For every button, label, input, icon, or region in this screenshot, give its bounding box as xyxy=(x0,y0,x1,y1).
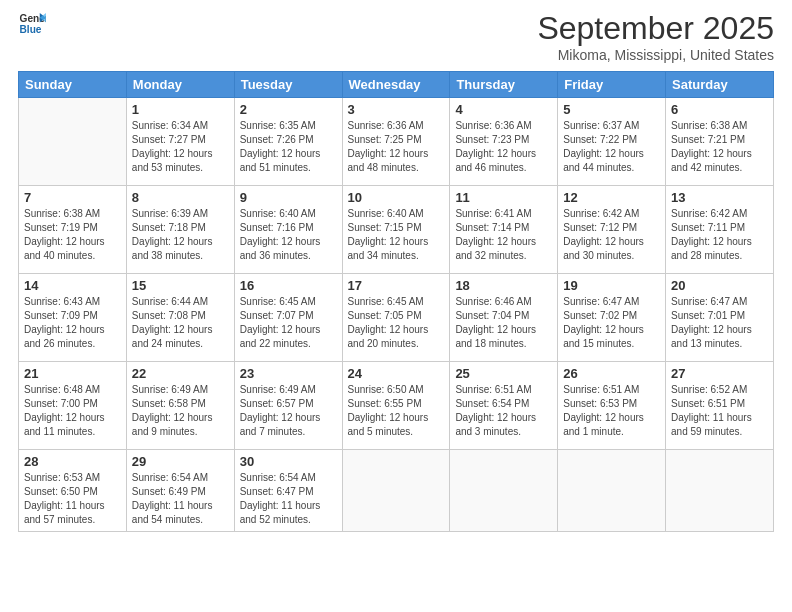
calendar-subtitle: Mikoma, Mississippi, United States xyxy=(537,47,774,63)
table-row: 27Sunrise: 6:52 AMSunset: 6:51 PMDayligh… xyxy=(666,362,774,450)
col-saturday: Saturday xyxy=(666,72,774,98)
col-monday: Monday xyxy=(126,72,234,98)
day-number: 4 xyxy=(455,102,552,117)
day-number: 8 xyxy=(132,190,229,205)
cell-info: Sunrise: 6:54 AMSunset: 6:47 PMDaylight:… xyxy=(240,471,337,527)
day-number: 30 xyxy=(240,454,337,469)
day-number: 19 xyxy=(563,278,660,293)
cell-info: Sunrise: 6:51 AMSunset: 6:53 PMDaylight:… xyxy=(563,383,660,439)
day-number: 23 xyxy=(240,366,337,381)
day-number: 20 xyxy=(671,278,768,293)
table-row: 15Sunrise: 6:44 AMSunset: 7:08 PMDayligh… xyxy=(126,274,234,362)
page: General Blue September 2025 Mikoma, Miss… xyxy=(0,0,792,612)
table-row: 20Sunrise: 6:47 AMSunset: 7:01 PMDayligh… xyxy=(666,274,774,362)
day-number: 25 xyxy=(455,366,552,381)
table-row: 4Sunrise: 6:36 AMSunset: 7:23 PMDaylight… xyxy=(450,98,558,186)
day-number: 10 xyxy=(348,190,445,205)
col-friday: Friday xyxy=(558,72,666,98)
cell-info: Sunrise: 6:44 AMSunset: 7:08 PMDaylight:… xyxy=(132,295,229,351)
day-number: 13 xyxy=(671,190,768,205)
table-row: 22Sunrise: 6:49 AMSunset: 6:58 PMDayligh… xyxy=(126,362,234,450)
table-row: 25Sunrise: 6:51 AMSunset: 6:54 PMDayligh… xyxy=(450,362,558,450)
logo-icon: General Blue xyxy=(18,10,46,38)
cell-info: Sunrise: 6:51 AMSunset: 6:54 PMDaylight:… xyxy=(455,383,552,439)
table-row: 18Sunrise: 6:46 AMSunset: 7:04 PMDayligh… xyxy=(450,274,558,362)
table-row: 30Sunrise: 6:54 AMSunset: 6:47 PMDayligh… xyxy=(234,450,342,532)
col-thursday: Thursday xyxy=(450,72,558,98)
col-sunday: Sunday xyxy=(19,72,127,98)
table-row: 7Sunrise: 6:38 AMSunset: 7:19 PMDaylight… xyxy=(19,186,127,274)
table-row: 24Sunrise: 6:50 AMSunset: 6:55 PMDayligh… xyxy=(342,362,450,450)
day-number: 11 xyxy=(455,190,552,205)
cell-info: Sunrise: 6:50 AMSunset: 6:55 PMDaylight:… xyxy=(348,383,445,439)
table-row: 28Sunrise: 6:53 AMSunset: 6:50 PMDayligh… xyxy=(19,450,127,532)
day-number: 17 xyxy=(348,278,445,293)
table-row: 19Sunrise: 6:47 AMSunset: 7:02 PMDayligh… xyxy=(558,274,666,362)
day-number: 3 xyxy=(348,102,445,117)
table-row: 8Sunrise: 6:39 AMSunset: 7:18 PMDaylight… xyxy=(126,186,234,274)
cell-info: Sunrise: 6:34 AMSunset: 7:27 PMDaylight:… xyxy=(132,119,229,175)
day-number: 27 xyxy=(671,366,768,381)
cell-info: Sunrise: 6:41 AMSunset: 7:14 PMDaylight:… xyxy=(455,207,552,263)
cell-info: Sunrise: 6:37 AMSunset: 7:22 PMDaylight:… xyxy=(563,119,660,175)
day-number: 28 xyxy=(24,454,121,469)
cell-info: Sunrise: 6:48 AMSunset: 7:00 PMDaylight:… xyxy=(24,383,121,439)
table-row: 6Sunrise: 6:38 AMSunset: 7:21 PMDaylight… xyxy=(666,98,774,186)
table-row: 17Sunrise: 6:45 AMSunset: 7:05 PMDayligh… xyxy=(342,274,450,362)
table-row: 12Sunrise: 6:42 AMSunset: 7:12 PMDayligh… xyxy=(558,186,666,274)
day-number: 5 xyxy=(563,102,660,117)
table-row: 5Sunrise: 6:37 AMSunset: 7:22 PMDaylight… xyxy=(558,98,666,186)
cell-info: Sunrise: 6:49 AMSunset: 6:58 PMDaylight:… xyxy=(132,383,229,439)
day-number: 14 xyxy=(24,278,121,293)
table-row: 9Sunrise: 6:40 AMSunset: 7:16 PMDaylight… xyxy=(234,186,342,274)
table-row xyxy=(19,98,127,186)
table-row: 13Sunrise: 6:42 AMSunset: 7:11 PMDayligh… xyxy=(666,186,774,274)
day-number: 1 xyxy=(132,102,229,117)
day-number: 6 xyxy=(671,102,768,117)
cell-info: Sunrise: 6:47 AMSunset: 7:01 PMDaylight:… xyxy=(671,295,768,351)
cell-info: Sunrise: 6:54 AMSunset: 6:49 PMDaylight:… xyxy=(132,471,229,527)
cell-info: Sunrise: 6:47 AMSunset: 7:02 PMDaylight:… xyxy=(563,295,660,351)
table-row: 16Sunrise: 6:45 AMSunset: 7:07 PMDayligh… xyxy=(234,274,342,362)
table-row xyxy=(558,450,666,532)
col-wednesday: Wednesday xyxy=(342,72,450,98)
day-number: 7 xyxy=(24,190,121,205)
table-row: 23Sunrise: 6:49 AMSunset: 6:57 PMDayligh… xyxy=(234,362,342,450)
table-row xyxy=(666,450,774,532)
calendar-table: Sunday Monday Tuesday Wednesday Thursday… xyxy=(18,71,774,532)
cell-info: Sunrise: 6:45 AMSunset: 7:05 PMDaylight:… xyxy=(348,295,445,351)
day-number: 2 xyxy=(240,102,337,117)
table-row: 10Sunrise: 6:40 AMSunset: 7:15 PMDayligh… xyxy=(342,186,450,274)
cell-info: Sunrise: 6:53 AMSunset: 6:50 PMDaylight:… xyxy=(24,471,121,527)
day-number: 15 xyxy=(132,278,229,293)
calendar-title: September 2025 xyxy=(537,10,774,47)
cell-info: Sunrise: 6:40 AMSunset: 7:16 PMDaylight:… xyxy=(240,207,337,263)
table-row: 3Sunrise: 6:36 AMSunset: 7:25 PMDaylight… xyxy=(342,98,450,186)
table-row: 1Sunrise: 6:34 AMSunset: 7:27 PMDaylight… xyxy=(126,98,234,186)
cell-info: Sunrise: 6:39 AMSunset: 7:18 PMDaylight:… xyxy=(132,207,229,263)
day-number: 24 xyxy=(348,366,445,381)
cell-info: Sunrise: 6:38 AMSunset: 7:21 PMDaylight:… xyxy=(671,119,768,175)
table-row: 2Sunrise: 6:35 AMSunset: 7:26 PMDaylight… xyxy=(234,98,342,186)
table-row: 21Sunrise: 6:48 AMSunset: 7:00 PMDayligh… xyxy=(19,362,127,450)
day-number: 16 xyxy=(240,278,337,293)
cell-info: Sunrise: 6:36 AMSunset: 7:25 PMDaylight:… xyxy=(348,119,445,175)
day-number: 18 xyxy=(455,278,552,293)
cell-info: Sunrise: 6:52 AMSunset: 6:51 PMDaylight:… xyxy=(671,383,768,439)
day-number: 12 xyxy=(563,190,660,205)
svg-text:Blue: Blue xyxy=(20,24,42,35)
day-number: 29 xyxy=(132,454,229,469)
table-row xyxy=(342,450,450,532)
col-tuesday: Tuesday xyxy=(234,72,342,98)
day-number: 21 xyxy=(24,366,121,381)
day-number: 9 xyxy=(240,190,337,205)
day-number: 26 xyxy=(563,366,660,381)
cell-info: Sunrise: 6:35 AMSunset: 7:26 PMDaylight:… xyxy=(240,119,337,175)
logo: General Blue xyxy=(18,10,46,38)
cell-info: Sunrise: 6:45 AMSunset: 7:07 PMDaylight:… xyxy=(240,295,337,351)
cell-info: Sunrise: 6:43 AMSunset: 7:09 PMDaylight:… xyxy=(24,295,121,351)
day-number: 22 xyxy=(132,366,229,381)
table-row: 29Sunrise: 6:54 AMSunset: 6:49 PMDayligh… xyxy=(126,450,234,532)
table-row: 26Sunrise: 6:51 AMSunset: 6:53 PMDayligh… xyxy=(558,362,666,450)
cell-info: Sunrise: 6:40 AMSunset: 7:15 PMDaylight:… xyxy=(348,207,445,263)
